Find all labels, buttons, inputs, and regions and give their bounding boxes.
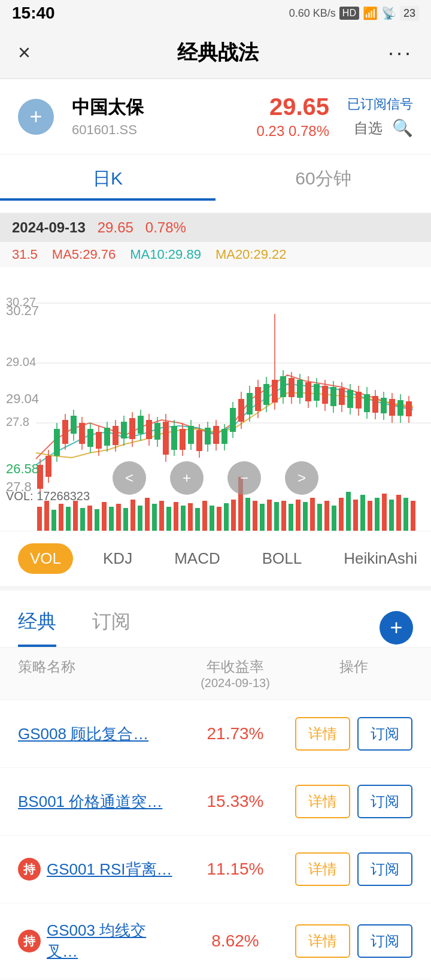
strategy-rate-gs003: 8.62% — [176, 931, 295, 951]
strategy-name-cell: GS008 顾比复合… — [18, 724, 176, 745]
strategy-name-cell: 持 GS003 均线交叉… — [18, 920, 176, 962]
svg-rect-117 — [188, 503, 193, 531]
action-row: 自选 🔍 — [347, 118, 413, 138]
strategy-table: GS008 顾比复合… 21.73% 详情 订阅 BS001 价格通道突… 15… — [0, 700, 431, 980]
svg-rect-132 — [296, 500, 301, 531]
svg-rect-103 — [87, 506, 92, 531]
add-strategy-button[interactable]: + — [380, 611, 413, 645]
strategy-actions-gs003: 详情 订阅 — [295, 924, 413, 958]
chart-right-btn[interactable]: > — [285, 461, 318, 495]
stock-price-area: 29.65 0.23 0.78% — [210, 93, 329, 140]
svg-rect-102 — [80, 508, 85, 531]
svg-rect-148 — [411, 501, 415, 531]
svg-rect-99 — [59, 504, 63, 531]
ma-labels: 31.5 MA5:29.76 MA10:29.89 MA20:29.22 — [0, 242, 431, 267]
svg-rect-131 — [289, 504, 293, 531]
subscribe-button-gs008[interactable]: 订阅 — [357, 717, 412, 751]
subscribe-button-gs001[interactable]: 订阅 — [357, 852, 412, 886]
svg-rect-118 — [195, 508, 200, 531]
svg-rect-123 — [231, 500, 236, 531]
svg-rect-142 — [368, 501, 372, 531]
strategy-rate-gs008: 21.73% — [176, 724, 295, 743]
col-header-rate: 年收益率 (2024-09-13) — [176, 657, 295, 690]
svg-rect-140 — [353, 500, 358, 531]
chart-tabs: 日K 60分钟 — [0, 155, 431, 213]
chart-minus-btn[interactable]: − — [227, 461, 261, 495]
svg-rect-144 — [382, 494, 387, 531]
stock-actions: 已订阅信号 自选 🔍 — [347, 95, 413, 138]
strategy-name-gs003[interactable]: GS003 均线交叉… — [47, 920, 176, 962]
stock-info: + 中国太保 601601.SS 29.65 0.23 0.78% 已订阅信号 … — [0, 79, 431, 155]
strategy-name-cell: BS001 价格通道突… — [18, 791, 176, 812]
subscribe-signal[interactable]: 已订阅信号 — [347, 95, 413, 113]
svg-rect-125 — [245, 498, 250, 531]
svg-rect-146 — [396, 495, 401, 531]
svg-rect-136 — [324, 501, 329, 531]
status-bar: 15:40 0.60 KB/s HD 📶 📡 23 — [0, 0, 431, 26]
section-tabs: 经典 订阅 + — [0, 591, 431, 648]
svg-rect-128 — [267, 500, 272, 531]
svg-rect-114 — [166, 507, 171, 531]
svg-rect-101 — [73, 501, 78, 531]
svg-rect-135 — [317, 504, 322, 531]
svg-rect-107 — [116, 504, 121, 531]
chart-controls: < + − > — [0, 461, 431, 495]
strategy-rate-gs001: 11.15% — [176, 860, 295, 879]
rate-date: (2024-09-13) — [176, 676, 295, 690]
svg-rect-133 — [303, 502, 308, 531]
price-mid: 29.04 — [6, 391, 39, 407]
indicator-vol[interactable]: VOL — [18, 543, 73, 574]
chart-pct-header: 0.78% — [145, 219, 186, 236]
tab-subscribe[interactable]: 订阅 — [92, 609, 130, 647]
indicator-heikinashi[interactable]: HeikinAshi — [332, 543, 429, 574]
detail-button-gs001[interactable]: 详情 — [295, 852, 350, 886]
strategy-rate-bs001: 15.33% — [176, 792, 295, 811]
strategy-name-bs001[interactable]: BS001 价格通道突… — [18, 791, 162, 812]
header: × 经典战法 ··· — [0, 26, 431, 79]
detail-button-bs001[interactable]: 详情 — [295, 785, 350, 818]
chart-plus-btn[interactable]: + — [170, 461, 204, 495]
more-button[interactable]: ··· — [388, 40, 413, 65]
stock-name-area: 中国太保 601601.SS — [72, 95, 192, 138]
table-row: BS001 价格通道突… 15.33% 详情 订阅 — [0, 768, 431, 836]
network-speed: 0.60 KB/s — [289, 7, 336, 20]
change-pct: 0.78% — [289, 123, 329, 139]
stock-change: 0.23 0.78% — [210, 123, 329, 140]
chart-left-btn[interactable]: < — [113, 461, 146, 495]
hold-badge-gs003: 持 — [18, 930, 41, 952]
stock-price: 29.65 — [210, 93, 329, 120]
indicator-boll[interactable]: BOLL — [250, 543, 314, 574]
candlestick-chart[interactable]: 30.27 29.04 27.8 — [0, 267, 431, 531]
detail-button-gs008[interactable]: 详情 — [295, 717, 350, 751]
indicator-kdj[interactable]: KDJ — [91, 543, 144, 574]
table-header: 策略名称 年收益率 (2024-09-13) 操作 — [0, 648, 431, 700]
tab-classic[interactable]: 经典 — [18, 609, 56, 647]
svg-rect-113 — [159, 501, 164, 531]
subscribe-button-bs001[interactable]: 订阅 — [357, 785, 412, 818]
svg-rect-115 — [174, 502, 178, 531]
tab-daily[interactable]: 日K — [0, 167, 216, 201]
ma10-label: MA10:29.89 — [130, 247, 201, 262]
svg-rect-147 — [403, 498, 408, 531]
price-high: 30.27 — [6, 303, 39, 319]
strategy-name-gs008[interactable]: GS008 顾比复合… — [18, 724, 148, 745]
indicator-macd[interactable]: MACD — [162, 543, 232, 574]
close-button[interactable]: × — [18, 40, 48, 65]
add-button[interactable]: + — [18, 99, 54, 135]
ma20-label: MA20:29.22 — [216, 247, 287, 262]
strategy-name-gs001[interactable]: GS001 RSI背离… — [47, 859, 172, 880]
chart-date: 2024-09-13 — [12, 219, 86, 236]
hold-badge-gs001: 持 — [18, 858, 41, 881]
detail-button-gs003[interactable]: 详情 — [295, 924, 350, 958]
status-time: 15:40 — [12, 4, 55, 23]
section-tab-group: 经典 订阅 — [18, 609, 130, 647]
rate-label: 年收益率 — [176, 657, 295, 676]
tab-60min[interactable]: 60分钟 — [216, 167, 431, 201]
change-amount: 0.23 — [257, 123, 285, 139]
svg-rect-138 — [339, 498, 344, 531]
subscribe-button-gs003[interactable]: 订阅 — [357, 924, 412, 958]
table-row: GS008 顾比复合… 21.73% 详情 订阅 — [0, 700, 431, 768]
svg-rect-145 — [389, 500, 394, 531]
svg-rect-120 — [210, 506, 214, 531]
search-icon[interactable]: 🔍 — [392, 118, 413, 138]
